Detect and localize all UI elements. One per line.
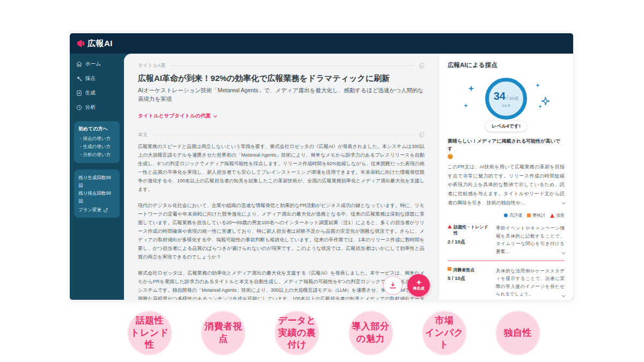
divider [170,65,415,66]
app-title: 広報AI [87,39,113,49]
sidebar-item-label: 生成 [85,90,96,97]
chevron-down-icon [213,114,217,117]
plan-box: 残り生成回数99回 残り採点回数99回 プラン変更 [74,169,120,218]
download-icon [389,282,397,289]
praise-label: 素晴らしい！メディアに掲載される可能性が高いです [448,138,565,152]
sidebar-item-home[interactable]: ホーム [73,57,121,71]
body-section-label: 本文 [138,131,148,138]
plan-change-label: プラン変更 [78,207,101,213]
legend-review: 要検討 [527,212,545,218]
praise-text: 素晴らしい！メディアに掲載される可能性が高いです [448,138,565,159]
smile-emoji [448,154,453,159]
sidebar-item-label: ホーム [85,61,101,68]
guide-link-analysis[interactable]: ・分析の使い方 [78,151,115,159]
score-panel-title: 広報AIによる採点 [448,61,565,69]
guide-box-title: 初めての方へ [78,125,115,132]
chevron-down-icon[interactable] [562,201,566,204]
legend-high: 高評価 [504,212,522,218]
score-circle: 34 / 60点 Lv.4 [485,78,527,120]
title-alternatives-label: タイトルとサブタイトルの代案 [138,113,211,120]
remaining-generations: 残り生成回数99回 [78,174,115,190]
score-item-topicality: 話題性・トレンド性 2 / 10点 季節イベントやキャンペーン情報を具体的に記載… [448,224,565,255]
badge-label: 独自性 [504,327,532,339]
topbar: 広報AI [70,33,573,54]
legend-improve: 改善 [550,212,565,218]
generate-icon [76,90,82,96]
divider [448,260,565,261]
body-paragraph: 広報業務のスピードと品質は両立しないという常識を覆す、株式会社ロゼッタの《広報A… [138,142,425,194]
sparkle-icon [536,83,540,87]
score-max: 60点 [509,95,518,101]
score-item-comment: 具体的な活用例やケーススタディを提示することで、読者に実際の導入後のイメージを持… [496,267,565,298]
criteria-badges: 話題性 トレンド性 消費者視点 データと 実績の裏付け 導入部分 の魅力 市場 … [127,311,540,356]
improve-icon [448,225,452,228]
score-item-name: 消費者視点 [453,267,474,273]
page: 広報AI ホーム 採点 [0,0,644,362]
improve-icon [550,213,554,218]
title-alternatives-link[interactable]: タイトルとサブタイトルの代案 [138,113,216,120]
legend-label: 要検討 [532,212,545,218]
external-link-icon [104,208,108,212]
title-section-label: タイトルA案 [138,62,166,69]
sidebar-item-label: 分析 [85,104,96,111]
body-paragraph: 現代のデジタル化社会において、企業や組織の迅速な情報発信と効果的なPR活動がビジ… [138,201,425,261]
score-level: Lv.4 [502,103,510,108]
score-item-consumer: 消費者視点 5 / 10点 具体的な活用例やケーススタディを提示することで、読者… [448,267,565,298]
needs-review-icon [448,267,451,271]
badge-label: データと 実績の裏付け [275,315,318,352]
beginner-guide-box: 初めての方へ ・採点の使い方 ・生成の使い方 ・分析の使い方 [74,121,120,163]
app-window: 広報AI ホーム 採点 [70,33,573,300]
analysis-icon [76,105,82,110]
regenerate-button[interactable]: 再生成 [407,274,430,297]
badge-data-evidence: データと 実績の裏付け [274,311,319,356]
badge-intro-appeal: 導入部分 の魅力 [348,311,393,356]
badge-label: 導入部分 の魅力 [352,321,390,345]
badge-label: 話題性 トレンド性 [128,315,171,352]
score-item-name: 話題性・トレンド性 [453,224,492,236]
score-item-points: 5 / 10点 [448,275,492,282]
app-logo: 広報AI [76,39,113,49]
sparkle-icon [464,104,468,108]
body-section-header: 本文 [138,131,425,138]
press-release-title: 広報AI革命が到来！92%の効率化で広報業務をドラマティックに刷新 [138,73,425,84]
sparkle-icon [416,279,422,285]
needs-review-icon [527,213,531,217]
main-content: タイトルA案 広報AI革命が到来！92%の効率化で広報業務をドラマティックに刷新… [124,54,438,300]
sidebar-item-analysis[interactable]: 分析 [73,100,121,115]
remaining-scorings: 残り採点回数99回 [78,189,115,205]
legend-label: 改善 [556,212,565,218]
badge-market-impact: 市場 インパクト [422,311,467,356]
home-icon [76,61,82,67]
copy-icon[interactable] [419,132,425,138]
sidebar-item-generate[interactable]: 生成 [73,86,121,100]
guide-link-generation[interactable]: ・生成の使い方 [78,143,115,151]
guide-link-scoring[interactable]: ・採点の使い方 [78,135,115,143]
floating-actions: 再生成 [383,274,430,297]
score-summary-text: このPR文は、AI技術を用いて広報業務の革新を目指す点で非常に魅力的です。リリー… [448,164,565,205]
download-button[interactable] [383,276,402,295]
sparkle-icon [468,85,474,92]
copy-icon[interactable] [419,63,425,69]
sidebar: ホーム 採点 生成 [70,54,124,300]
score-icon [76,76,82,82]
sidebar-item-label: 採点 [85,75,96,82]
sparkle-icon [541,97,550,105]
score-panel: 広報AIによる採点 34 / [438,54,573,300]
regenerate-label: 再生成 [413,286,425,291]
badge-label: 市場 インパクト [423,315,466,352]
badge-label: 消費者視点 [202,321,245,345]
legend-label: 高評価 [509,212,522,218]
score-value: 34 [494,90,506,102]
press-release-subtitle: AIオーケストレーション技術「Metareal Agents」で、メディア露出を… [138,86,425,104]
high-rating-icon [504,213,508,217]
sparkle-icon [538,105,542,108]
score-item-comment: 季節イベントやキャンペーン情報を具体的に記載することで、タイムリーな関心を引き付… [496,224,565,255]
badge-consumer: 消費者視点 [201,311,246,356]
divider [152,135,415,135]
megaphone-icon [76,40,85,47]
sidebar-item-score[interactable]: 採点 [73,71,121,86]
score-slash: / [507,94,508,101]
level-badge: レベル4です! [486,121,526,131]
body-paragraph: 株式会社ロゼッタは、広報業務の効率化とメディア露出の最大化を支援する《広報AI》… [138,269,425,300]
plan-change-link[interactable]: プラン変更 [78,207,115,213]
